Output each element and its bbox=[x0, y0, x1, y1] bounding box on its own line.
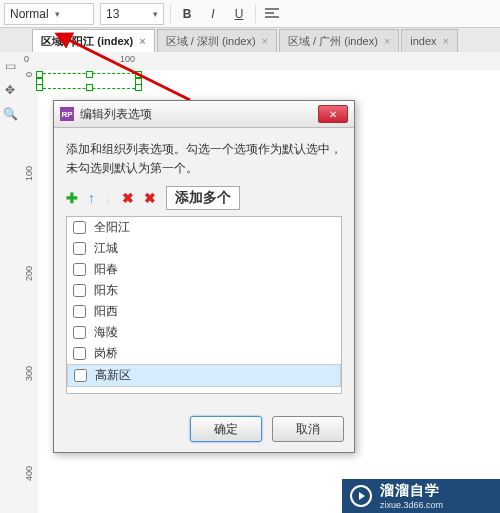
default-checkbox[interactable] bbox=[73, 347, 86, 360]
tool-pointer[interactable]: ▭ bbox=[0, 56, 20, 76]
default-checkbox[interactable] bbox=[73, 242, 86, 255]
dialog-description: 添加和组织列表选项。勾选一个选项作为默认选中， 未勾选则默认为第一个。 bbox=[66, 140, 342, 178]
dialog-titlebar[interactable]: RP 编辑列表选项 ✕ bbox=[54, 101, 354, 128]
list-toolbar: ✚ ↑ ↓ ✖ ✖ 添加多个 bbox=[66, 186, 342, 210]
font-size-select[interactable]: 13 ▾ bbox=[100, 3, 164, 25]
ruler-tick: 200 bbox=[24, 266, 34, 281]
close-icon[interactable]: × bbox=[262, 35, 268, 47]
tool-zoom[interactable]: 🔍 bbox=[0, 104, 20, 124]
close-icon[interactable]: × bbox=[139, 35, 145, 47]
list-item[interactable]: 阳春 bbox=[67, 259, 341, 280]
close-icon[interactable]: × bbox=[384, 35, 390, 47]
ruler-tick: 0 bbox=[24, 54, 29, 64]
underline-button[interactable]: U bbox=[229, 4, 249, 24]
close-button[interactable]: ✕ bbox=[318, 105, 348, 123]
align-left-icon bbox=[265, 8, 279, 20]
horizontal-ruler: 0 100 bbox=[20, 52, 500, 71]
list-item[interactable]: 高新区 bbox=[67, 364, 341, 387]
list-item[interactable]: 阳西 bbox=[67, 301, 341, 322]
dialog-body: 添加和组织列表选项。勾选一个选项作为默认选中， 未勾选则默认为第一个。 ✚ ↑ … bbox=[54, 128, 354, 406]
watermark-url: zixue.3d66.com bbox=[380, 500, 443, 510]
add-item-button[interactable]: ✚ bbox=[66, 190, 78, 206]
default-checkbox[interactable] bbox=[73, 221, 86, 234]
tab-label: 区域 / 深圳 (index) bbox=[166, 34, 256, 49]
cancel-button[interactable]: 取消 bbox=[272, 416, 344, 442]
font-size-value: 13 bbox=[106, 7, 119, 21]
ruler-tick: 100 bbox=[120, 54, 135, 64]
document-tabs: 区域 / 阳江 (index) × 区域 / 深圳 (index) × 区域 /… bbox=[0, 28, 500, 53]
default-checkbox[interactable] bbox=[73, 305, 86, 318]
resize-handle[interactable] bbox=[86, 84, 93, 91]
align-left-button[interactable] bbox=[262, 4, 282, 24]
dialog-description-line: 添加和组织列表选项。勾选一个选项作为默认选中， bbox=[66, 142, 342, 156]
ok-button[interactable]: 确定 bbox=[190, 416, 262, 442]
move-down-button[interactable]: ↓ bbox=[105, 190, 112, 206]
vertical-ruler: 0 100 200 300 400 bbox=[20, 70, 39, 513]
tab-shenzhen[interactable]: 区域 / 深圳 (index) × bbox=[157, 29, 277, 52]
list-item-label: 江城 bbox=[94, 240, 118, 257]
options-list[interactable]: 全阳江 江城 阳春 阳东 阳西 海陵 岗桥 高新区 bbox=[66, 216, 342, 394]
tab-index[interactable]: index × bbox=[401, 29, 458, 52]
ruler-tick: 100 bbox=[24, 166, 34, 181]
watermark-text: 溜溜自学 zixue.3d66.com bbox=[380, 482, 443, 510]
add-multiple-button[interactable]: 添加多个 bbox=[166, 186, 240, 210]
list-item-label: 全阳江 bbox=[94, 219, 130, 236]
list-item[interactable]: 岗桥 bbox=[67, 343, 341, 364]
italic-button[interactable]: I bbox=[203, 4, 223, 24]
resize-handle[interactable] bbox=[36, 84, 43, 91]
dialog-footer: 确定 取消 bbox=[54, 406, 354, 452]
default-checkbox[interactable] bbox=[74, 369, 87, 382]
left-toolbar: ▭ ✥ 🔍 bbox=[0, 52, 21, 513]
default-checkbox[interactable] bbox=[73, 263, 86, 276]
dialog-description-line: 未勾选则默认为第一个。 bbox=[66, 161, 198, 175]
resize-handle[interactable] bbox=[135, 71, 142, 78]
list-item-label: 阳西 bbox=[94, 303, 118, 320]
chevron-down-icon: ▾ bbox=[153, 9, 158, 19]
delete-item-button[interactable]: ✖ bbox=[122, 190, 134, 206]
tab-label: 区域 / 阳江 (index) bbox=[41, 34, 133, 49]
separator bbox=[170, 5, 171, 23]
bold-button[interactable]: B bbox=[177, 4, 197, 24]
play-icon bbox=[350, 485, 372, 507]
default-checkbox[interactable] bbox=[73, 284, 86, 297]
watermark: 溜溜自学 zixue.3d66.com bbox=[342, 479, 500, 513]
tool-hand[interactable]: ✥ bbox=[0, 80, 20, 100]
resize-handle[interactable] bbox=[86, 71, 93, 78]
list-item-label: 海陵 bbox=[94, 324, 118, 341]
style-select-label: Normal bbox=[10, 7, 49, 21]
move-up-button[interactable]: ↑ bbox=[88, 190, 95, 206]
tab-label: 区域 / 广州 (index) bbox=[288, 34, 378, 49]
selected-widget[interactable] bbox=[38, 73, 140, 89]
app-icon: RP bbox=[60, 107, 74, 121]
resize-handle[interactable] bbox=[135, 84, 142, 91]
list-item-label: 高新区 bbox=[95, 367, 131, 384]
ruler-tick: 0 bbox=[24, 72, 34, 77]
list-item[interactable]: 阳东 bbox=[67, 280, 341, 301]
tab-label: index bbox=[410, 35, 436, 47]
list-item-label: 阳东 bbox=[94, 282, 118, 299]
default-checkbox[interactable] bbox=[73, 326, 86, 339]
list-item[interactable]: 海陵 bbox=[67, 322, 341, 343]
ruler-tick: 300 bbox=[24, 366, 34, 381]
tab-yangjiang[interactable]: 区域 / 阳江 (index) × bbox=[32, 29, 155, 52]
list-item-label: 岗桥 bbox=[94, 345, 118, 362]
ruler-tick: 400 bbox=[24, 466, 34, 481]
format-toolbar: Normal ▾ 13 ▾ B I U bbox=[0, 0, 500, 28]
clear-all-button[interactable]: ✖ bbox=[144, 190, 156, 206]
style-select[interactable]: Normal ▾ bbox=[4, 3, 94, 25]
separator bbox=[255, 5, 256, 23]
tab-guangzhou[interactable]: 区域 / 广州 (index) × bbox=[279, 29, 399, 52]
chevron-down-icon: ▾ bbox=[55, 9, 60, 19]
list-item-label: 阳春 bbox=[94, 261, 118, 278]
resize-handle[interactable] bbox=[36, 71, 43, 78]
watermark-brand: 溜溜自学 bbox=[380, 482, 443, 500]
list-item[interactable]: 全阳江 bbox=[67, 217, 341, 238]
close-icon[interactable]: × bbox=[443, 35, 449, 47]
dialog-title: 编辑列表选项 bbox=[80, 106, 312, 123]
edit-list-options-dialog: RP 编辑列表选项 ✕ 添加和组织列表选项。勾选一个选项作为默认选中， 未勾选则… bbox=[53, 100, 355, 453]
list-item[interactable]: 江城 bbox=[67, 238, 341, 259]
